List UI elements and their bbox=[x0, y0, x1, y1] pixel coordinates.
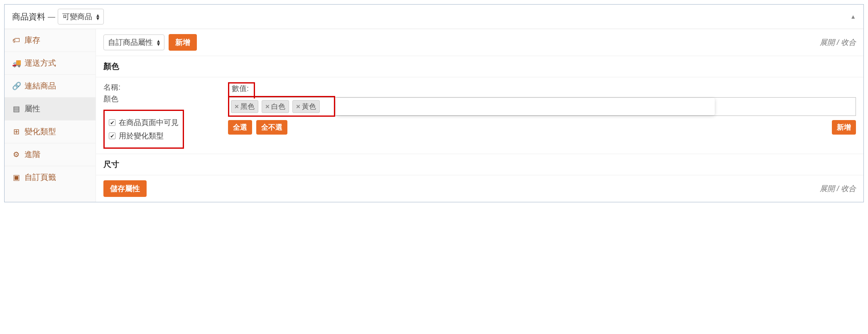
expand-collapse-links: 展開 / 收合 bbox=[820, 37, 856, 47]
sidebar-item-variations[interactable]: ⊞ 變化類型 bbox=[5, 120, 96, 143]
link-icon: 🔗 bbox=[12, 81, 20, 91]
panel-header: 商品資料 — 可變商品 ▲ bbox=[5, 5, 863, 29]
name-label: 名稱: bbox=[103, 82, 220, 92]
attribute-left-column: 名稱: 顏色 ✔ 在商品頁面中可見 ✔ 用於變化類型 bbox=[103, 82, 228, 149]
tag-icon: 🏷 bbox=[12, 36, 20, 45]
sidebar-item-custom-tabs[interactable]: ▣ 自訂頁籤 bbox=[5, 166, 96, 189]
collapse-link[interactable]: 收合 bbox=[841, 38, 856, 47]
stepper-icon bbox=[157, 39, 160, 46]
variation-checkbox[interactable]: ✔ bbox=[109, 133, 115, 139]
remove-icon[interactable]: × bbox=[235, 103, 239, 111]
tag-item[interactable]: ×黃色 bbox=[292, 100, 320, 113]
sidebar-label: 連結商品 bbox=[25, 81, 56, 91]
save-attributes-button[interactable]: 儲存屬性 bbox=[103, 180, 147, 197]
panel-body: 🏷 庫存 🚚 運送方式 🔗 連結商品 ▤ 屬性 ⊞ 變化類型 ⚙ 進階 bbox=[5, 29, 863, 202]
attribute-toolbar: 自訂商品屬性 新增 展開 / 收合 bbox=[96, 29, 863, 56]
sidebar-item-advanced[interactable]: ⚙ 進階 bbox=[5, 143, 96, 166]
highlight-checkbox-group: ✔ 在商品頁面中可見 ✔ 用於變化類型 bbox=[103, 110, 184, 149]
sidebar-label: 庫存 bbox=[25, 35, 40, 46]
attribute-footer: 儲存屬性 展開 / 收合 bbox=[96, 175, 863, 202]
grid-icon: ⊞ bbox=[12, 127, 20, 136]
sidebar-label: 運送方式 bbox=[25, 58, 56, 69]
name-value: 顏色 bbox=[103, 94, 220, 104]
card-icon: ▤ bbox=[12, 104, 20, 113]
collapse-link[interactable]: 收合 bbox=[841, 184, 856, 193]
tab-icon: ▣ bbox=[12, 173, 20, 182]
gear-icon: ⚙ bbox=[12, 150, 20, 159]
tag-item[interactable]: ×黑色 bbox=[231, 100, 258, 113]
expand-link[interactable]: 展開 bbox=[820, 38, 835, 47]
attribute-right-column: 數值: ×黑色 ×白色 ×黃色 bbox=[228, 82, 856, 135]
remove-icon[interactable]: × bbox=[296, 103, 300, 111]
visible-checkbox[interactable]: ✔ bbox=[109, 119, 115, 126]
attribute-type-value: 自訂商品屬性 bbox=[108, 37, 153, 47]
content: 自訂商品屬性 新增 展開 / 收合 顏色 名稱: 顏色 bbox=[96, 29, 863, 202]
truck-icon: 🚚 bbox=[12, 59, 20, 68]
expand-link[interactable]: 展開 bbox=[820, 184, 835, 193]
select-all-button[interactable]: 全選 bbox=[228, 120, 252, 135]
highlight-values-label: 數值: bbox=[228, 82, 255, 98]
sidebar-label: 屬性 bbox=[25, 103, 40, 114]
remove-icon[interactable]: × bbox=[265, 103, 270, 111]
dash: — bbox=[48, 12, 55, 21]
product-data-panel: 商品資料 — 可變商品 ▲ 🏷 庫存 🚚 運送方式 🔗 連結商品 ▤ 屬性 bbox=[4, 4, 864, 202]
values-label: 數值: bbox=[229, 84, 251, 96]
attribute-heading: 顏色 bbox=[103, 61, 119, 72]
attribute-type-select[interactable]: 自訂商品屬性 bbox=[103, 34, 164, 50]
sidebar-item-linked[interactable]: 🔗 連結商品 bbox=[5, 75, 96, 98]
add-new-value-button[interactable]: 新增 bbox=[832, 120, 856, 135]
attribute-section-color-body: 名稱: 顏色 ✔ 在商品頁面中可見 ✔ 用於變化類型 bbox=[96, 77, 863, 154]
sidebar-label: 進階 bbox=[25, 149, 40, 160]
sidebar-label: 自訂頁籤 bbox=[25, 172, 56, 183]
sidebar-item-inventory[interactable]: 🏷 庫存 bbox=[5, 29, 96, 52]
product-type-value: 可變商品 bbox=[62, 12, 92, 22]
expand-collapse-links-footer: 展開 / 收合 bbox=[820, 184, 856, 194]
attribute-section-color-header[interactable]: 顏色 bbox=[96, 56, 863, 77]
values-tag-input[interactable]: ×黑色 ×白色 ×黃色 bbox=[228, 97, 856, 116]
visible-label: 在商品頁面中可見 bbox=[119, 118, 179, 128]
sidebar-label: 變化類型 bbox=[25, 126, 56, 137]
panel-title: 商品資料 bbox=[12, 11, 45, 22]
select-none-button[interactable]: 全不選 bbox=[256, 120, 287, 135]
variation-label: 用於變化類型 bbox=[119, 131, 164, 141]
attribute-section-size-header[interactable]: 尺寸 bbox=[96, 154, 863, 175]
tag-item[interactable]: ×白色 bbox=[262, 100, 289, 113]
stepper-icon bbox=[96, 13, 99, 20]
sidebar: 🏷 庫存 🚚 運送方式 🔗 連結商品 ▤ 屬性 ⊞ 變化類型 ⚙ 進階 bbox=[5, 29, 96, 202]
product-type-select[interactable]: 可變商品 bbox=[58, 9, 104, 25]
sidebar-item-shipping[interactable]: 🚚 運送方式 bbox=[5, 52, 96, 75]
attribute-heading: 尺寸 bbox=[103, 159, 119, 170]
collapse-caret-icon[interactable]: ▲ bbox=[850, 13, 856, 20]
sidebar-item-attributes[interactable]: ▤ 屬性 bbox=[5, 98, 96, 120]
add-attribute-button[interactable]: 新增 bbox=[169, 34, 197, 51]
